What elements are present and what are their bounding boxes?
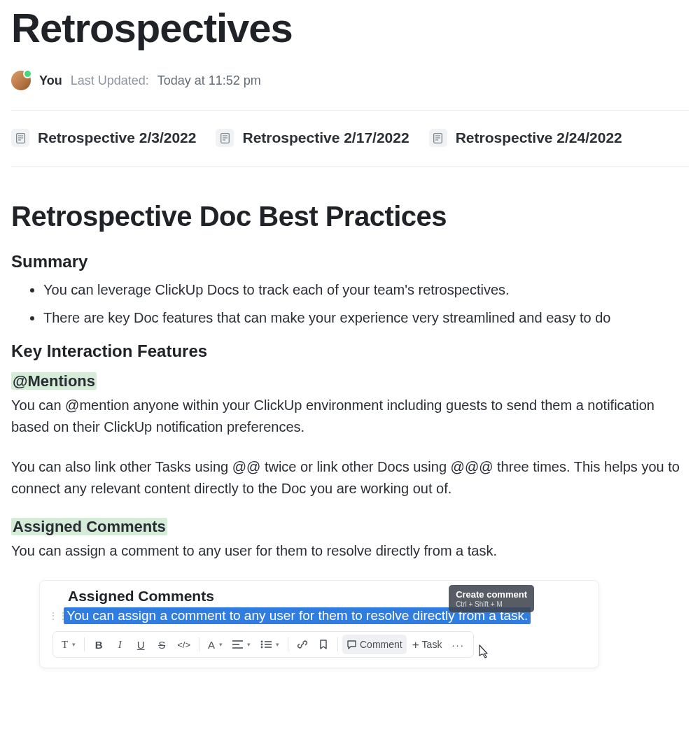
updated-time: Today at 11:52 pm: [158, 73, 261, 88]
page-title: Retrospectives: [11, 4, 689, 51]
doc-meta: You Last Updated: Today at 11:52 pm: [11, 71, 689, 90]
doc-icon: [429, 129, 447, 147]
text-style-button[interactable]: T▾: [57, 635, 80, 654]
summary-heading: Summary: [11, 252, 689, 271]
underline-button[interactable]: U: [131, 635, 150, 654]
mentions-paragraph-2: You can also link other Tasks using @@ t…: [11, 456, 689, 500]
create-comment-tooltip: Create comment Ctrl + Shift + M: [449, 585, 534, 612]
toolbar-separator: [337, 637, 338, 651]
subpage-link[interactable]: Retrospective 2/3/2022: [11, 129, 196, 147]
list-item: There are key Doc features that can make…: [43, 306, 689, 329]
assigned-paragraph: You can assign a comment to any user for…: [11, 540, 689, 562]
doc-icon: [11, 129, 29, 147]
align-button[interactable]: ▾: [228, 635, 255, 654]
toolbar-separator: [288, 637, 288, 651]
svg-point-17: [261, 647, 263, 649]
svg-point-15: [261, 641, 263, 643]
code-button[interactable]: </>: [173, 635, 195, 654]
summary-list: You can leverage ClickUp Docs to track e…: [11, 278, 689, 329]
section-heading: Retrospective Doc Best Practices: [11, 201, 689, 232]
list-button[interactable]: ▾: [256, 635, 284, 654]
subpage-link[interactable]: Retrospective 2/17/2022: [216, 129, 409, 147]
bookmark-button[interactable]: [314, 635, 333, 654]
more-button[interactable]: ···: [447, 635, 469, 654]
mentions-paragraph-1: You can @mention anyone within your Clic…: [11, 395, 689, 438]
key-features-heading: Key Interaction Features: [11, 341, 689, 361]
drag-handle-icon[interactable]: ⋮⋮: [48, 610, 59, 621]
mentions-heading: @Mentions: [11, 372, 689, 390]
subpage-label: Retrospective 2/24/2022: [456, 129, 622, 146]
updated-label: Last Updated:: [71, 73, 149, 88]
add-task-button[interactable]: + Task: [408, 635, 447, 654]
font-color-button[interactable]: A▾: [204, 635, 227, 654]
divider: [11, 167, 689, 167]
author-avatar[interactable]: [11, 71, 31, 90]
toolbar-separator: [199, 637, 200, 651]
link-button[interactable]: [293, 635, 312, 654]
subpage-link[interactable]: Retrospective 2/24/2022: [429, 129, 622, 147]
subpage-label: Retrospective 2/3/2022: [38, 129, 196, 146]
pointer-cursor-icon: [475, 644, 489, 661]
list-item: You can leverage ClickUp Docs to track e…: [43, 278, 689, 301]
doc-icon: [216, 129, 234, 147]
strike-button[interactable]: S: [152, 635, 172, 654]
subpage-list: Retrospective 2/3/2022 Retrospective 2/1…: [11, 111, 689, 167]
comment-button[interactable]: Comment: [342, 635, 407, 654]
toolbar-separator: [84, 637, 85, 651]
svg-point-16: [261, 644, 263, 646]
italic-button[interactable]: I: [110, 635, 130, 654]
bold-button[interactable]: B: [89, 635, 108, 654]
floating-toolbar: T▾ B I U S </> A▾ ▾ ▾ Comment +: [52, 631, 474, 658]
subpage-label: Retrospective 2/17/2022: [242, 129, 409, 146]
author-name: You: [39, 73, 62, 88]
assigned-heading: Assigned Comments: [11, 518, 689, 536]
toolbar-example: Assigned Comments ⋮⋮ You can assign a co…: [39, 580, 599, 668]
